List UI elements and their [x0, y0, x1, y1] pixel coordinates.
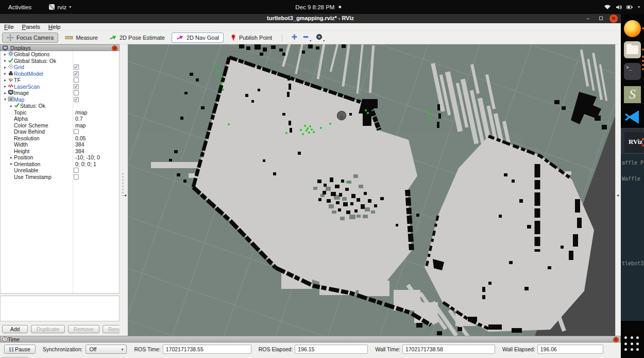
tool-zoom-out[interactable]: ▾ [302, 34, 311, 41]
tool-camera-eye[interactable]: ▾ [316, 34, 325, 41]
time-field-input[interactable]: 196.15 [295, 345, 368, 354]
expand-arrow-icon[interactable]: ▸ [3, 78, 8, 83]
tool-zoom-in[interactable] [291, 34, 298, 41]
tree-value[interactable]: 0.7 [75, 116, 83, 122]
close-icon[interactable]: ✕ [613, 337, 619, 343]
expand-arrow-icon[interactable]: ▸ [3, 71, 8, 76]
right-panel-edge[interactable]: ◂ [615, 44, 621, 336]
activities-button[interactable]: Activities [5, 3, 35, 11]
show-applications-icon[interactable] [624, 336, 640, 352]
displays-tree[interactable]: ▸Global Options▸Global Status: Ok▸Grid✓▸… [0, 51, 120, 294]
tree-label: Use Timestamp [14, 174, 52, 180]
expand-arrow-icon[interactable]: ▸ [9, 104, 14, 108]
menu-help[interactable]: Help [44, 24, 65, 30]
tree-row-image[interactable]: ▸Image [1, 90, 119, 96]
checkbox[interactable] [74, 77, 79, 83]
pause-button[interactable]: Pause [4, 345, 36, 354]
expand-arrow-icon[interactable]: ▸ [3, 65, 8, 70]
panel-splitter[interactable]: ◂ [120, 44, 128, 336]
window-titlebar[interactable]: turtlebot3_gmapping.rviz* - RViz – ✕ [0, 14, 621, 23]
tree-row-global-status-ok[interactable]: ▸Global Status: Ok [1, 58, 119, 64]
expand-arrow-icon[interactable]: ▸ [9, 155, 14, 160]
tree-row-use-timestamp[interactable]: Use Timestamp [1, 174, 119, 181]
tree-row-color-scheme[interactable]: Color Schememap [1, 122, 119, 129]
expand-arrow-icon[interactable]: ▸ [3, 58, 8, 63]
terminal-text-fragment: Waffle [622, 176, 640, 182]
tree-row-height[interactable]: Height384 [1, 148, 119, 155]
clock-icon [2, 336, 8, 342]
tree-row-draw-behind[interactable]: Draw Behind [1, 128, 119, 135]
menu-file[interactable]: File [0, 24, 18, 30]
expand-arrow-icon[interactable]: ▸ [3, 84, 8, 89]
terminal-dock-icon[interactable]: >_ [624, 63, 641, 80]
checkbox[interactable]: ✓ [74, 64, 79, 70]
tree-value[interactable]: 384 [75, 148, 84, 155]
displays-panel-header[interactable]: Displays ✕ [0, 44, 120, 51]
background-terminal-window[interactable]: affle PWaffletlebot3 [621, 151, 644, 321]
pause-label: Pause [15, 346, 30, 352]
rviz-dock-icon[interactable]: RViz [624, 130, 641, 147]
close-icon[interactable]: ✕ [112, 45, 117, 51]
sync-dropdown[interactable]: Off ▾ [86, 345, 127, 354]
checkbox[interactable]: ✓ [74, 71, 79, 76]
tree-value[interactable]: /map [75, 109, 87, 116]
time-field-input[interactable]: 1702171738.55 [163, 345, 251, 354]
tool-focus-camera[interactable]: Focus Camera [2, 32, 58, 43]
tree-row-unreliable[interactable]: Unreliable [1, 167, 119, 174]
tree-value[interactable]: 384 [75, 141, 84, 148]
tool-2d-nav-goal[interactable]: 2D Nav Goal [172, 32, 224, 43]
tool-publish-point[interactable]: Publish Point [226, 32, 277, 43]
checkbox[interactable]: ✓ [74, 84, 79, 89]
occupancy-grid-map[interactable] [128, 44, 615, 336]
app-menu[interactable]: rviz ▾ [49, 4, 71, 10]
tree-row-status-ok[interactable]: ▸Status: Ok [1, 103, 119, 109]
tree-row-map[interactable]: ▾Map✓ [1, 96, 119, 103]
checkbox[interactable]: ✓ [74, 97, 79, 102]
expand-arrow-icon[interactable]: ▸ [9, 161, 14, 166]
tool-2d-pose-estimate[interactable]: 2D Pose Estimate [105, 32, 170, 43]
time-field-input[interactable]: 1702171738.58 [402, 345, 495, 354]
menu-panels[interactable]: Panels [18, 24, 44, 30]
tool-measure[interactable]: Measure [60, 32, 103, 43]
tree-value[interactable]: 0.05 [75, 135, 86, 142]
tree-row-width[interactable]: Width384 [1, 141, 119, 148]
s-app-dock-icon[interactable]: S [624, 86, 641, 103]
tree-label: Unreliable [14, 167, 38, 173]
maximize-button[interactable] [597, 14, 605, 23]
time-field-input[interactable]: 196.06 [537, 345, 603, 354]
firefox-dock-icon[interactable] [624, 20, 641, 37]
tree-row-topic[interactable]: Topic/map [1, 109, 119, 116]
tree-row-resolution[interactable]: Resolution0.05 [1, 135, 119, 142]
tree-row-position[interactable]: ▸Position-10; -10; 0 [1, 154, 119, 161]
tree-value[interactable]: map [75, 122, 86, 129]
tree-row-grid[interactable]: ▸Grid✓ [1, 64, 119, 71]
tree-row-global-options[interactable]: ▸Global Options [1, 51, 119, 58]
checkbox[interactable] [74, 168, 79, 173]
system-tray[interactable]: ▾ [604, 4, 640, 10]
tree-label: Map [14, 96, 24, 103]
close-button[interactable]: ✕ [609, 14, 618, 23]
minimize-button[interactable]: – [584, 14, 592, 23]
time-panel-header[interactable]: Time ✕ [0, 336, 621, 343]
3d-viewport[interactable] [128, 44, 615, 336]
tree-row-robotmodel[interactable]: ▸RobotModel✓ [1, 71, 119, 77]
expand-arrow-icon[interactable]: ▾ [3, 97, 8, 102]
tree-row-orientation[interactable]: ▸Orientation0; 0; 0; 1 [1, 161, 119, 168]
vscode-dock-icon[interactable] [624, 109, 641, 126]
add-button[interactable]: Add [2, 325, 28, 333]
expand-arrow-icon[interactable]: ▸ [3, 91, 8, 95]
tree-value[interactable]: -10; -10; 0 [75, 154, 100, 161]
collapse-right-panel-icon[interactable]: ◂ [617, 193, 619, 198]
checkbox[interactable] [74, 174, 79, 180]
tree-value[interactable]: 0; 0; 0; 1 [75, 161, 96, 168]
tree-row-tf[interactable]: ▸TF [1, 77, 119, 84]
tree-row-laserscan[interactable]: ▸LaserScan✓ [1, 84, 119, 90]
clock[interactable]: Dec 9 8:28 PM [295, 4, 341, 10]
tree-row-alpha[interactable]: Alpha0.7 [1, 116, 119, 122]
checkbox[interactable] [74, 90, 79, 95]
collapse-left-panel-icon[interactable]: ◂ [124, 193, 126, 198]
expand-arrow-icon[interactable]: ▸ [3, 52, 8, 57]
files-dock-icon[interactable] [624, 41, 641, 58]
checkbox[interactable] [74, 129, 79, 134]
tree-label: Topic [14, 109, 27, 116]
